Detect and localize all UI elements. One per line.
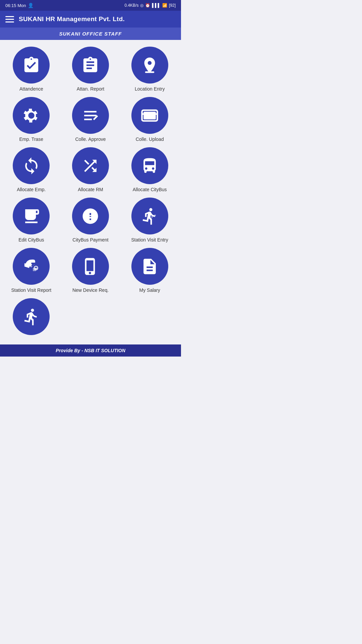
grid-item-colle-approve[interactable]: Colle. Approve: [63, 97, 119, 142]
attendance-label: Attandence: [19, 86, 43, 92]
battery-display: [92]: [169, 3, 176, 8]
allocate-emp-icon-circle: [13, 147, 50, 184]
colle-upload-icon-circle: [131, 97, 168, 134]
location-entry-icon: [140, 56, 159, 74]
location-entry-label: Location Entry: [135, 86, 165, 92]
new-device-req-icon-circle: [72, 248, 109, 285]
time-display: 06:15 Mon: [5, 3, 26, 8]
allocate-rm-icon-circle: [72, 147, 109, 184]
station-visit-entry-icon-circle: [131, 198, 168, 234]
grid-item-attan-report[interactable]: Attan. Report: [63, 47, 119, 92]
grid-item-allocate-rm[interactable]: Allocate RM: [63, 147, 119, 192]
grid-item-allocate-emp[interactable]: Allocate Emp.: [3, 147, 59, 192]
app-header: SUKANI HR Management Pvt. Ltd.: [0, 11, 181, 28]
attendance-icon: [22, 56, 41, 74]
my-salary-icon-circle: [131, 248, 168, 285]
allocate-emp-label: Allocate Emp.: [17, 187, 46, 192]
emp-trase-label: Emp. Trase: [19, 137, 44, 142]
allocate-rm-label: Allocate RM: [78, 187, 103, 192]
attan-report-icon: [81, 56, 100, 74]
colle-upload-label: Colle. Upload: [136, 137, 164, 142]
new-device-req-icon: [81, 257, 100, 276]
svg-rect-0: [145, 71, 155, 73]
footer-label: Provide By - NSB IT SOLUTION: [56, 348, 125, 353]
svg-rect-2: [143, 112, 156, 119]
alarm-icon: ⏰: [145, 3, 150, 8]
my-salary-label: My Salary: [139, 287, 160, 293]
citybus-payment-icon: P: [81, 207, 100, 225]
emp-trase-icon: [22, 106, 41, 125]
sub-header-label: SUKANI OFFICE STAFF: [59, 31, 122, 37]
attendance-icon-circle: [13, 47, 50, 84]
allocate-rm-icon: [81, 157, 100, 175]
grid-item-my-salary[interactable]: My Salary: [122, 248, 178, 293]
walk-icon: [22, 308, 41, 326]
status-bar: 06:15 Mon 👤 0.4KB/s ◎ ⏰ ▌▌▌ 📶 [92]: [0, 0, 181, 11]
colle-approve-label: Colle. Approve: [75, 137, 106, 142]
hamburger-menu[interactable]: [5, 16, 14, 22]
status-time-area: 06:15 Mon 👤: [5, 3, 34, 8]
allocate-citybus-icon-circle: [131, 147, 168, 184]
grid-item-location-entry[interactable]: Location Entry: [122, 47, 178, 92]
attan-report-label: Attan. Report: [77, 86, 105, 92]
signal-icon: ▌▌▌: [152, 3, 161, 8]
menu-grid: Attandence Attan. Report Location Entry …: [0, 40, 181, 344]
allocate-citybus-icon: [140, 157, 159, 175]
citybus-payment-label: CityBus Payment: [72, 237, 108, 243]
wifi-icon: 📶: [162, 3, 167, 8]
grid-item-last[interactable]: [3, 298, 59, 338]
attan-report-icon-circle: [72, 47, 109, 84]
grid-item-allocate-citybus[interactable]: Allocate CityBus: [122, 147, 178, 192]
station-visit-entry-label: Station Visit Entry: [131, 237, 168, 243]
grid-item-station-visit-report[interactable]: Station Visit Report: [3, 248, 59, 293]
location-status-icon: ◎: [140, 3, 143, 8]
status-icons-area: 0.4KB/s ◎ ⏰ ▌▌▌ 📶 [92]: [124, 3, 176, 8]
citybus-payment-icon-circle: P: [72, 198, 109, 234]
grid-item-colle-upload[interactable]: Colle. Upload: [122, 97, 178, 142]
grid-item-station-visit-entry[interactable]: Station Visit Entry: [122, 198, 178, 243]
svg-text:P: P: [87, 210, 94, 220]
footer: Provide By - NSB IT SOLUTION: [0, 344, 181, 357]
speed-display: 0.4KB/s: [124, 3, 138, 8]
edit-citybus-icon-circle: [13, 198, 50, 234]
station-visit-report-icon: [22, 257, 41, 276]
colle-upload-icon: [140, 106, 159, 125]
allocate-citybus-label: Allocate CityBus: [133, 187, 167, 192]
last-item-icon-circle: [13, 298, 50, 335]
svg-rect-3: [142, 113, 158, 115]
sub-header: SUKANI OFFICE STAFF: [0, 28, 181, 40]
location-entry-icon-circle: [131, 47, 168, 84]
station-visit-report-icon-circle: [13, 248, 50, 285]
edit-citybus-label: Edit CityBus: [18, 237, 44, 243]
grid-item-citybus-payment[interactable]: P CityBus Payment: [63, 198, 119, 243]
grid-item-new-device-req[interactable]: New Device Req.: [63, 248, 119, 293]
grid-item-attendance[interactable]: Attandence: [3, 47, 59, 92]
my-salary-icon: [140, 257, 159, 276]
grid-item-edit-citybus[interactable]: Edit CityBus: [3, 198, 59, 243]
station-visit-report-label: Station Visit Report: [11, 287, 52, 293]
new-device-req-label: New Device Req.: [72, 287, 109, 293]
app-title: SUKANI HR Management Pvt. Ltd.: [19, 15, 125, 23]
colle-approve-icon: [81, 106, 100, 125]
edit-citybus-icon: [22, 207, 41, 225]
station-visit-entry-icon: [140, 207, 159, 225]
emp-trase-icon-circle: [13, 97, 50, 134]
notification-icon: 👤: [28, 3, 34, 8]
colle-approve-icon-circle: [72, 97, 109, 134]
grid-item-emp-trase[interactable]: Emp. Trase: [3, 97, 59, 142]
allocate-emp-icon: [22, 157, 41, 175]
